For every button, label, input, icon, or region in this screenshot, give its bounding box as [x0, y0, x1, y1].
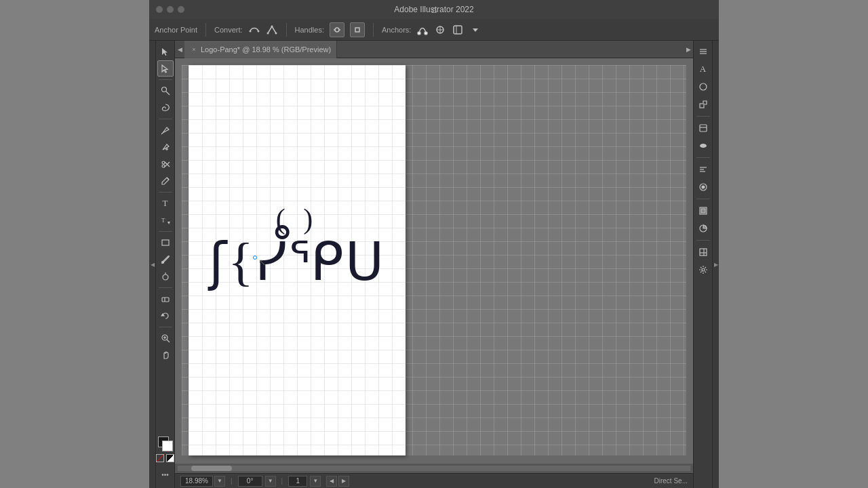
hscroll-track[interactable]	[178, 466, 690, 471]
tool-pencil[interactable]	[157, 173, 174, 189]
svg-marker-30	[167, 222, 170, 224]
toolbar-sep6	[159, 327, 172, 327]
svg-line-19	[166, 92, 170, 95]
both-swatch[interactable]	[166, 454, 174, 462]
right-tool-panel11[interactable]	[695, 244, 711, 260]
svg-line-28	[167, 178, 169, 180]
svg-rect-35	[162, 298, 169, 302]
right-sep4	[696, 240, 710, 241]
zoom-dropdown[interactable]: ▼	[214, 476, 225, 487]
document-tab[interactable]: × Logo-Pang* @ 18.98 % (RGB/Preview)	[184, 41, 337, 58]
right-tool-settings[interactable]	[695, 262, 711, 278]
right-tool-type[interactable]: A	[695, 61, 711, 77]
svg-rect-47	[700, 125, 707, 131]
hscroll-thumb[interactable]	[191, 466, 232, 471]
svg-point-9	[418, 32, 420, 35]
left-collapse-button[interactable]: ◀	[149, 41, 156, 488]
nav-next[interactable]: ▶	[338, 476, 349, 487]
none-swatch[interactable]	[156, 454, 164, 462]
home-icon[interactable]: ⌂	[431, 4, 437, 15]
anchors-icon2[interactable]	[434, 24, 446, 36]
svg-point-2	[267, 32, 269, 34]
tab-bar: ◀ × Logo-Pang* @ 18.98 % (RGB/Preview) ▶	[175, 41, 693, 58]
svg-rect-58	[700, 249, 707, 256]
tab-title: Logo-Pang* @ 18.98 % (RGB/Preview)	[201, 45, 331, 54]
svg-point-3	[275, 32, 277, 34]
anchor-point-label: Anchor Point	[155, 26, 197, 34]
tool-rect[interactable]	[157, 235, 174, 251]
handles-label: Handles:	[295, 26, 324, 34]
anchors-icon3[interactable]	[452, 24, 464, 36]
tool-type[interactable]: T	[157, 195, 174, 211]
angle-dropdown[interactable]: ▼	[265, 476, 276, 487]
svg-point-24	[162, 161, 165, 164]
tool-rotate[interactable]	[157, 308, 174, 324]
tool-extras	[156, 454, 174, 462]
tool-blob[interactable]	[157, 268, 174, 285]
nav-controls: ◀ ▶	[326, 476, 349, 487]
right-tool-panel7[interactable]	[695, 161, 711, 178]
title-bar: ⌂ Adobe Illustrator 2022	[149, 0, 719, 19]
anchors-icon1[interactable]	[416, 24, 429, 36]
right-tool-panel8[interactable]	[695, 179, 711, 195]
convert-corner-icon[interactable]	[266, 24, 278, 36]
tool-direct-select[interactable]	[157, 60, 174, 77]
right-tool-panel9[interactable]	[695, 203, 711, 219]
tool-lasso[interactable]	[157, 100, 174, 116]
value-input[interactable]	[288, 476, 307, 487]
anchors-extra-icon[interactable]	[469, 24, 481, 36]
tool-more[interactable]: •••	[157, 466, 174, 483]
tool-hand[interactable]	[157, 347, 174, 363]
anchor-point	[253, 256, 257, 260]
right-sep3	[696, 199, 710, 199]
zoom-input[interactable]	[180, 476, 213, 487]
minimize-dot[interactable]	[167, 6, 174, 13]
window-controls[interactable]	[156, 6, 184, 13]
tab-close-icon[interactable]: ×	[190, 45, 198, 54]
svg-rect-31	[162, 240, 169, 245]
right-collapse-button[interactable]: ▶	[712, 41, 719, 488]
tool-paintbrush[interactable]	[157, 251, 174, 268]
tool-eraser[interactable]	[157, 291, 174, 307]
canvas-hscroll[interactable]	[175, 464, 693, 473]
handles-icon2[interactable]	[350, 22, 365, 37]
maximize-dot[interactable]	[178, 6, 184, 13]
background-swatch[interactable]	[162, 441, 173, 451]
right-tool-panel10[interactable]	[695, 220, 711, 237]
right-tool-transform[interactable]	[695, 96, 711, 113]
canvas-wrapper[interactable]: ( ) ʃ{ᓮᕿᑌ ↖	[175, 58, 693, 473]
nav-prev[interactable]: ◀	[326, 476, 337, 487]
right-tool-properties[interactable]	[695, 43, 711, 60]
close-dot[interactable]	[156, 6, 163, 13]
angle-input[interactable]	[238, 476, 262, 487]
main-area: ◀	[149, 41, 719, 488]
tab-left-collapse[interactable]: ◀	[175, 41, 184, 58]
logo-artwork: ( ) ʃ{ᓮᕿᑌ ↖	[209, 205, 384, 289]
convert-smooth-icon[interactable]	[248, 24, 260, 36]
svg-point-1	[257, 30, 259, 32]
tool-add-anchor[interactable]	[157, 139, 174, 155]
value-dropdown[interactable]: ▼	[310, 476, 321, 487]
tool-zoom[interactable]	[157, 330, 174, 346]
svg-point-5	[335, 28, 339, 32]
right-tool-align[interactable]	[695, 79, 711, 95]
tool-magic-wand[interactable]	[157, 83, 174, 99]
artboard[interactable]: ( ) ʃ{ᓮᕿᑌ ↖	[189, 65, 406, 455]
right-tool-panel5[interactable]	[695, 120, 711, 136]
tool-scissors[interactable]	[157, 156, 174, 172]
right-sep2	[696, 157, 710, 158]
toolbar-sep4	[159, 231, 172, 232]
tool-pen[interactable]	[157, 122, 174, 138]
svg-point-25	[162, 165, 165, 167]
right-tool-panel6[interactable]	[695, 138, 711, 154]
color-swatch-container[interactable]	[158, 436, 173, 451]
tool-touch-type[interactable]: T	[157, 212, 174, 228]
svg-point-10	[425, 32, 427, 35]
svg-point-0	[249, 30, 251, 32]
logo-top-chars: ( )	[276, 205, 318, 233]
svg-marker-18	[162, 65, 167, 73]
color-swatches: •••	[156, 436, 174, 485]
handles-icon1[interactable]	[330, 22, 344, 37]
tab-right-collapse[interactable]: ▶	[684, 41, 693, 58]
tool-select[interactable]	[157, 43, 174, 60]
